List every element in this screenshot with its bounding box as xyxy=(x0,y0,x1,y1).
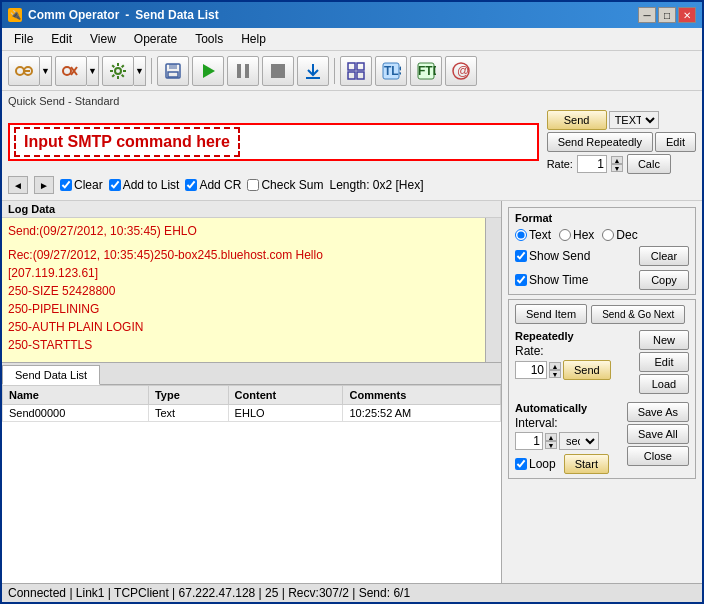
show-time-label: Show Time xyxy=(529,273,588,287)
menu-tools[interactable]: Tools xyxy=(187,30,231,48)
edit-item-button[interactable]: Edit xyxy=(639,352,689,372)
repeat-rate-down[interactable]: ▼ xyxy=(549,370,561,378)
format-hex-option[interactable]: Hex xyxy=(559,228,594,242)
new-button[interactable]: New xyxy=(639,330,689,350)
clear-option[interactable]: Clear xyxy=(60,178,103,192)
table-row[interactable]: Send00000 Text EHLO 10:25:52 AM xyxy=(3,405,501,422)
window-title: Comm Operator xyxy=(28,8,119,22)
check-sum-label: Check Sum xyxy=(261,178,323,192)
format-dec-option[interactable]: Dec xyxy=(602,228,637,242)
send-go-next-button[interactable]: Send & Go Next xyxy=(591,305,685,324)
col-name: Name xyxy=(3,386,149,405)
title-bar: 🔌 Comm Operator - Send Data List ─ □ ✕ xyxy=(2,2,702,28)
loop-label: Loop xyxy=(529,457,556,471)
log-scrollbar[interactable] xyxy=(485,218,501,362)
quick-send-label: Quick Send - Standard xyxy=(8,95,696,107)
rate-up-button[interactable]: ▲ xyxy=(611,156,623,164)
ftdi-button[interactable]: FTDI xyxy=(410,56,442,86)
data-table-wrap: Name Type Content Comments Send00000 Tex… xyxy=(2,385,501,583)
save-button[interactable] xyxy=(157,56,189,86)
check-sum-option[interactable]: Check Sum xyxy=(247,178,323,192)
status-bar: Connected | Link1 | TCPClient | 67.222.4… xyxy=(2,583,702,602)
status-text: Connected | Link1 | TCPClient | 67.222.4… xyxy=(8,586,410,600)
calc-button[interactable]: Calc xyxy=(627,154,671,174)
email-button[interactable]: @ xyxy=(445,56,477,86)
menu-edit[interactable]: Edit xyxy=(43,30,80,48)
send-item-btn-row: Send Item Send & Go Next xyxy=(515,304,689,324)
send-data-section: Send Data List Name Type Content Comment… xyxy=(2,363,501,583)
clear-log-button[interactable]: Clear xyxy=(639,246,689,266)
clear-label: Clear xyxy=(74,178,103,192)
quick-send-area: Quick Send - Standard Input SMTP command… xyxy=(2,91,702,201)
close-button-panel[interactable]: Close xyxy=(627,446,689,466)
svg-text:FTDI: FTDI xyxy=(418,64,436,78)
menu-operate[interactable]: Operate xyxy=(126,30,185,48)
rate-label: Rate: xyxy=(547,158,573,170)
minimize-button[interactable]: ─ xyxy=(638,7,656,23)
edit-button[interactable]: Edit xyxy=(655,132,696,152)
repeat-rate-up[interactable]: ▲ xyxy=(549,362,561,370)
send-item-button[interactable]: Send Item xyxy=(515,304,587,324)
show-send-option[interactable]: Show Send xyxy=(515,249,590,263)
interval-up[interactable]: ▲ xyxy=(545,433,557,441)
connect-button[interactable] xyxy=(8,56,40,86)
play-button[interactable] xyxy=(192,56,224,86)
load-button[interactable]: Load xyxy=(639,374,689,394)
menu-bar: File Edit View Operate Tools Help xyxy=(2,28,702,51)
settings-button[interactable] xyxy=(102,56,134,86)
stop-button[interactable] xyxy=(262,56,294,86)
disconnect-dropdown-arrow[interactable]: ▼ xyxy=(87,56,99,86)
add-to-list-option[interactable]: Add to List xyxy=(109,178,180,192)
interval-input[interactable] xyxy=(515,432,543,450)
start-button[interactable]: Start xyxy=(564,454,609,474)
svg-text:@: @ xyxy=(457,64,469,78)
main-window: 🔌 Comm Operator - Send Data List ─ □ ✕ F… xyxy=(0,0,704,604)
rate-down-button[interactable]: ▼ xyxy=(611,164,623,172)
app-icon: 🔌 xyxy=(8,8,22,22)
close-button[interactable]: ✕ xyxy=(678,7,696,23)
automatically-label: Automatically xyxy=(515,402,623,414)
right-panel: Format Text Hex Dec xyxy=(502,201,702,583)
text-type-select[interactable]: TEXT HEX xyxy=(609,111,659,129)
format-text-option[interactable]: Text xyxy=(515,228,551,242)
format-radio-row: Text Hex Dec xyxy=(515,228,689,242)
download-button[interactable] xyxy=(297,56,329,86)
send-button[interactable]: Send xyxy=(547,110,607,130)
menu-file[interactable]: File xyxy=(6,30,41,48)
repeat-send-button[interactable]: Send xyxy=(563,360,611,380)
toolbar: ▼ ▼ ▼ xyxy=(2,51,702,91)
svg-rect-17 xyxy=(348,72,355,79)
save-all-button[interactable]: Save All xyxy=(627,424,689,444)
svg-rect-16 xyxy=(357,63,364,70)
send-data-list-tab[interactable]: Send Data List xyxy=(2,365,100,385)
disconnect-btn-group: ▼ xyxy=(55,56,99,86)
interval-down[interactable]: ▼ xyxy=(545,441,557,449)
add-cr-option[interactable]: Add CR xyxy=(185,178,241,192)
row-name: Send00000 xyxy=(3,405,149,422)
send-repeatedly-button[interactable]: Send Repeatedly xyxy=(547,132,653,152)
settings-dropdown-arrow[interactable]: ▼ xyxy=(134,56,146,86)
copy-log-button[interactable]: Copy xyxy=(639,270,689,290)
save-as-button[interactable]: Save As xyxy=(627,402,689,422)
rate-input[interactable] xyxy=(577,155,607,173)
connect-dropdown-arrow[interactable]: ▼ xyxy=(40,56,52,86)
menu-view[interactable]: View xyxy=(82,30,124,48)
row-content: EHLO xyxy=(228,405,343,422)
svg-rect-12 xyxy=(245,64,249,78)
maximize-button[interactable]: □ xyxy=(658,7,676,23)
format-dec-label: Dec xyxy=(616,228,637,242)
disconnect-button[interactable] xyxy=(55,56,87,86)
interval-unit-select[interactable]: sec ms min xyxy=(559,432,599,450)
show-time-option[interactable]: Show Time xyxy=(515,273,588,287)
nav-next-button[interactable]: ► xyxy=(34,176,54,194)
repeatedly-rate-input[interactable] xyxy=(515,361,547,379)
loop-option[interactable]: Loop xyxy=(515,457,556,471)
format-label: Format xyxy=(515,212,689,224)
nav-prev-button[interactable]: ◄ xyxy=(8,176,28,194)
menu-help[interactable]: Help xyxy=(233,30,274,48)
svg-rect-18 xyxy=(357,72,364,79)
add-to-list-label: Add to List xyxy=(123,178,180,192)
pause-button[interactable] xyxy=(227,56,259,86)
grid-button[interactable] xyxy=(340,56,372,86)
tls-button[interactable]: TLS xyxy=(375,56,407,86)
